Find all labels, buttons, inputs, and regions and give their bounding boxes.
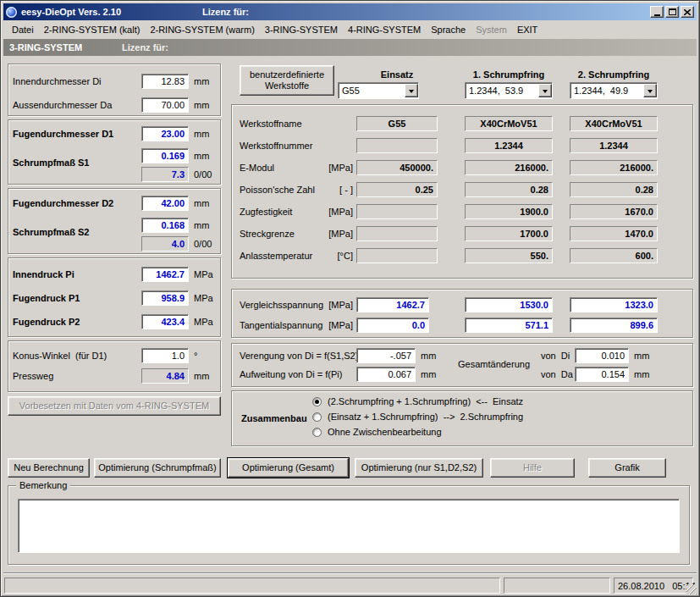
di-label: Innendurchmesser Di <box>13 76 102 87</box>
assembly-option-1-radio[interactable] <box>312 397 322 406</box>
s2-unit: mm <box>194 220 209 231</box>
titlebar-license-label: Lizenz für: <box>202 7 249 17</box>
s2-label: Schrumpfmaß S2 <box>13 227 89 238</box>
material-row-unit: [MPa] <box>306 163 353 173</box>
menu-item-sprache[interactable]: Sprache <box>426 22 471 37</box>
da-input[interactable]: 70.00 <box>141 97 189 113</box>
menu-item-exit[interactable]: EXIT <box>512 22 543 37</box>
maximize-button[interactable] <box>665 6 679 18</box>
assembly-option-2-radio[interactable] <box>312 412 322 422</box>
column-header-ring1: 1. Schrumpfring <box>465 69 553 80</box>
optimize-s1d2s2-button[interactable]: Optimierung (nur S1,D2,S2) <box>355 458 483 478</box>
d1-label: Fugendurchmesser D1 <box>13 129 113 140</box>
total-di-value: 0.010 <box>575 348 629 363</box>
pressweg-output: 4.84 <box>141 368 189 384</box>
optimize-shrink-button[interactable]: Optimierung (Schrumpfmaß) <box>94 458 221 478</box>
close-icon <box>684 9 691 15</box>
assembly-label: Zusammenbau <box>241 413 307 424</box>
material-value: 1900.0 <box>465 204 553 219</box>
s1-relative-unit: 0/00 <box>194 169 212 180</box>
material-value: 450000. <box>356 160 438 175</box>
material-value: G55 <box>356 116 438 131</box>
total-da-value: 0.154 <box>575 367 629 382</box>
assembly-option-3-label[interactable]: Ohne Zwischenbearbeitung <box>328 427 442 438</box>
close-button[interactable] <box>681 6 694 18</box>
einsatz-material-value: G55 <box>342 86 360 96</box>
material-row-label: Zugfestigkeit <box>240 207 292 218</box>
material-value: 1670.0 <box>570 204 658 219</box>
column-header-einsatz: Einsatz <box>356 69 438 80</box>
stress-row-unit: [MPa] <box>306 320 353 330</box>
new-calculation-button[interactable]: Neu Berechnung <box>8 458 90 478</box>
column-header-ring2: 2. Schrumpfring <box>570 69 658 80</box>
chevron-down-icon <box>409 90 414 96</box>
d1-input[interactable]: 23.00 <box>141 126 189 141</box>
ring1-material-value: 1.2344, 53.9 <box>469 86 523 96</box>
app-window: eesy-DieOpt Vers. 2.10 Lizenz für: Datei… <box>0 0 700 597</box>
s1-relative-output: 7.3 <box>141 167 189 182</box>
einsatz-material-select[interactable]: G55 <box>338 82 419 99</box>
total-di-unit: mm <box>634 351 649 362</box>
graphic-button[interactable]: Grafik <box>588 458 666 478</box>
menu-item-2ring-kalt[interactable]: 2-RING-SYSTEM (kalt) <box>39 22 146 37</box>
assembly-option-2-label[interactable]: (Einsatz + 1.Schrumpfring) --> 2.Schrump… <box>328 412 523 423</box>
ring2-material-select[interactable]: 1.2344, 49.9 <box>570 82 658 99</box>
statusbar-panel-secondary <box>504 578 610 594</box>
stress-value: 899.6 <box>570 318 658 333</box>
menu-bar: Datei 2-RING-SYSTEM (kalt) 2-RING-SYSTEM… <box>3 20 697 39</box>
optimize-total-button[interactable]: Optimierung (Gesamt) <box>228 458 349 478</box>
stress-value: 1323.0 <box>570 297 658 312</box>
resize-grip[interactable] <box>686 584 697 594</box>
ring1-dropdown-button[interactable] <box>538 84 552 97</box>
custom-materials-button[interactable]: benutzerdefinierte Werkstoffe <box>240 65 334 96</box>
p1-label: Fugendruck P1 <box>13 293 80 304</box>
p1-output: 958.9 <box>141 290 189 306</box>
deformation-row-label: Aufweitung von Di = f(Pi) <box>240 369 342 380</box>
da-label: Aussendurchmesser Da <box>13 100 112 111</box>
subheader-bar: 3-RING-SYSTEM Lizenz für: <box>3 39 697 56</box>
material-value: X40CrMoV51 <box>465 116 553 131</box>
total-da-unit: mm <box>634 369 649 380</box>
title-bar: eesy-DieOpt Vers. 2.10 Lizenz für: <box>3 3 697 20</box>
di-input[interactable]: 12.83 <box>141 74 189 89</box>
d1-unit: mm <box>194 129 209 140</box>
ring2-dropdown-button[interactable] <box>643 84 657 97</box>
remark-label: Bemerkung <box>16 480 70 490</box>
material-row-unit: [ - ] <box>306 185 353 195</box>
menu-item-3ring[interactable]: 3-RING-SYSTEM <box>260 22 343 37</box>
pi-label: Innendruck Pi <box>13 269 74 280</box>
total-change-label: Gesamtänderung <box>458 359 530 370</box>
einsatz-dropdown-button[interactable] <box>405 84 418 97</box>
app-logo-icon <box>6 7 17 18</box>
material-value: 216000. <box>465 160 553 175</box>
menu-item-2ring-warm[interactable]: 2-RING-SYSTEM (warm) <box>145 22 259 37</box>
s1-input[interactable]: 0.169 <box>141 148 189 163</box>
menu-item-system: System <box>471 22 512 37</box>
minimize-button[interactable] <box>650 6 664 18</box>
menu-item-datei[interactable]: Datei <box>7 22 39 37</box>
material-value: 0.28 <box>465 182 553 197</box>
stress-row-unit: [MPa] <box>306 300 353 310</box>
stress-value: 0.0 <box>356 318 429 333</box>
p2-label: Fugendruck P2 <box>13 317 80 328</box>
material-value: 550. <box>465 248 553 263</box>
pi-unit: MPa <box>194 269 213 280</box>
assembly-option-3-radio[interactable] <box>312 428 322 437</box>
remark-textarea[interactable] <box>18 499 680 553</box>
deformation-unit: mm <box>421 351 436 362</box>
d2-input[interactable]: 42.00 <box>141 196 189 211</box>
chevron-down-icon <box>648 90 653 96</box>
deformation-row-label: Verengung von Di = f(S1,S2) <box>240 351 358 362</box>
assembly-option-1-label[interactable]: (2.Schrumpfring + 1.Schrumpfring) <-- Ei… <box>328 396 523 407</box>
s2-input[interactable]: 0.168 <box>141 218 189 233</box>
ring1-material-select[interactable]: 1.2344, 53.9 <box>465 82 553 99</box>
material-value: 1.2344 <box>570 138 658 153</box>
material-row-unit: [MPa] <box>306 207 353 217</box>
subheader-title: 3-RING-SYSTEM <box>9 42 82 53</box>
minimize-icon <box>654 14 660 16</box>
material-value: X40CrMoV51 <box>570 116 658 131</box>
cone-group <box>8 340 221 392</box>
menu-item-4ring[interactable]: 4-RING-SYSTEM <box>343 22 426 37</box>
material-value: 216000. <box>570 160 658 175</box>
konus-input[interactable]: 1.0 <box>141 348 189 363</box>
